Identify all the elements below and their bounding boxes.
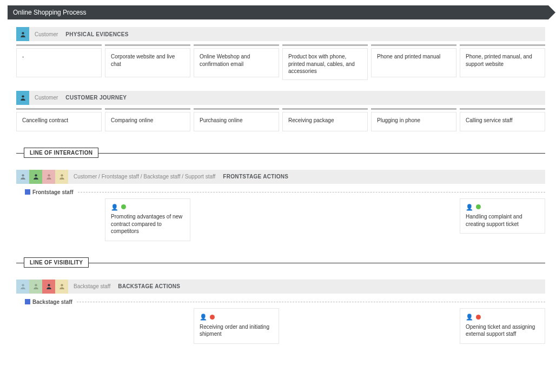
svg-point-8 [48, 284, 50, 287]
customer-icon [16, 280, 29, 294]
evidence-card[interactable]: Corporate website and live chat [105, 48, 190, 77]
evidence-card[interactable]: - [16, 48, 102, 77]
svg-point-9 [61, 284, 63, 287]
lane-role: Backstage staff [74, 283, 110, 289]
lane-header: Customer / Frontstage staff / Backstage … [16, 170, 545, 184]
backstage-card-text: Opening ticket and assigning external su… [466, 324, 535, 337]
svg-point-1 [22, 95, 24, 97]
lane-title: BACKSTAGE ACTIONS [118, 283, 180, 289]
person-icon: 👤 [111, 203, 118, 211]
svg-point-5 [61, 174, 63, 176]
lane-frontstage-actions: Customer / Frontstage staff / Backstage … [16, 170, 545, 241]
sublane-label: Frontstage staff [32, 189, 74, 195]
sublane-frontstage: Frontstage staff [16, 189, 545, 195]
backstage-card[interactable]: 👤 Receiving order and initiating shipmen… [194, 308, 279, 344]
frontstage-card[interactable]: 👤 Handling complaint and creating suppor… [460, 198, 545, 234]
separator-label: LINE OF INTERACTION [24, 148, 98, 158]
evidence-row: - Corporate website and live chat Online… [16, 44, 545, 80]
line-of-interaction: LINE OF INTERACTION [16, 148, 545, 158]
journey-card[interactable]: Receiving package [282, 112, 368, 131]
journey-card[interactable]: Cancelling contract [16, 112, 102, 131]
frontstage-staff-icon [29, 280, 42, 294]
frontstage-card-text: Promoting advantages of new contract com… [111, 214, 182, 234]
process-title: Online Shopping Process [13, 9, 86, 16]
person-icon: 👤 [466, 203, 473, 211]
sublane-marker-icon [25, 189, 30, 195]
customer-icon [16, 27, 29, 41]
frontstage-card-text: Handling complaint and creating support … [466, 214, 522, 227]
journey-row: Cancelling contract Comparing online Pur… [16, 108, 545, 131]
journey-card[interactable]: Calling service staff [460, 112, 545, 131]
process-header: Online Shopping Process [8, 5, 548, 19]
separator-label: LINE OF VISIBILITY [24, 257, 89, 268]
sublane-backstage: Backstage staff [16, 299, 545, 305]
lane-role: Customer [35, 31, 58, 37]
journey-card[interactable]: Purchasing online [194, 112, 279, 131]
person-icon: 👤 [200, 313, 207, 321]
journey-card[interactable]: Plugging in phone [371, 112, 456, 131]
backstage-card-text: Receiving order and initiating shipment [200, 324, 269, 337]
status-dot-icon [210, 315, 215, 320]
status-dot-icon [476, 204, 481, 209]
customer-icon [16, 170, 29, 184]
lane-header: Backstage staff BACKSTAGE ACTIONS [16, 280, 545, 294]
lane-header: Customer PHYSICAL EVIDENCES [16, 27, 545, 41]
svg-point-7 [35, 284, 37, 287]
lane-header: Customer CUSTOMER JOURNEY [16, 91, 545, 105]
evidence-card[interactable]: Online Webshop and confirmation email [194, 48, 279, 77]
journey-card[interactable]: Comparing online [105, 112, 190, 131]
svg-point-4 [48, 174, 50, 176]
lane-title: PHYSICAL EVIDENCES [65, 31, 128, 37]
evidence-card[interactable]: Product box with phone, printed manual, … [282, 48, 368, 80]
lane-physical-evidences: Customer PHYSICAL EVIDENCES - Corporate … [16, 27, 545, 80]
backstage-staff-icon [42, 280, 55, 294]
lane-customer-journey: Customer CUSTOMER JOURNEY Cancelling con… [16, 91, 545, 131]
lane-backstage-actions: Backstage staff BACKSTAGE ACTIONS Backst… [16, 280, 545, 344]
svg-point-3 [35, 174, 37, 176]
lane-title: CUSTOMER JOURNEY [65, 95, 127, 101]
sublane-marker-icon [25, 299, 30, 304]
support-staff-icon [55, 280, 68, 294]
sublane-dashes [78, 192, 545, 192]
svg-point-0 [22, 32, 24, 34]
backstage-staff-icon [42, 170, 55, 184]
frontstage-card[interactable]: 👤 Promoting advantages of new contract c… [105, 198, 190, 241]
status-dot-icon [121, 204, 126, 209]
svg-point-6 [22, 284, 24, 287]
sublane-dashes [77, 302, 545, 302]
sublane-label: Backstage staff [32, 299, 72, 305]
lane-role: Customer [35, 95, 58, 101]
evidence-card[interactable]: Phone, printed manual, and support websi… [460, 48, 545, 77]
backstage-row: 👤 Receiving order and initiating shipmen… [16, 308, 545, 344]
lane-role: Customer / Frontstage staff / Backstage … [74, 174, 215, 180]
svg-point-2 [22, 174, 24, 176]
evidence-card[interactable]: Phone and printed manual [371, 48, 456, 77]
frontstage-staff-icon [29, 170, 42, 184]
backstage-card[interactable]: 👤 Opening ticket and assigning external … [460, 308, 545, 344]
status-dot-icon [476, 315, 481, 320]
frontstage-row: 👤 Promoting advantages of new contract c… [16, 198, 545, 241]
customer-icon [16, 91, 29, 105]
support-staff-icon [55, 170, 68, 184]
person-icon: 👤 [466, 313, 473, 321]
lane-title: FRONTSTAGE ACTIONS [223, 174, 288, 180]
line-of-visibility: LINE OF VISIBILITY [16, 257, 545, 268]
